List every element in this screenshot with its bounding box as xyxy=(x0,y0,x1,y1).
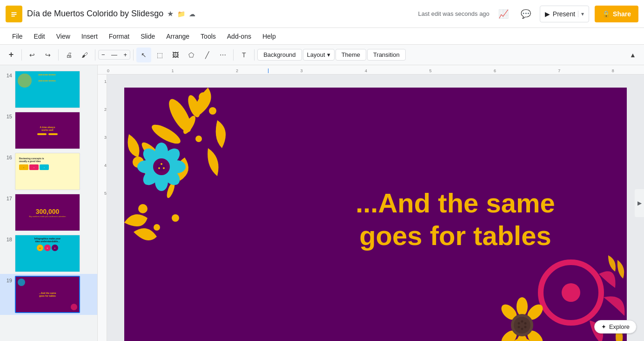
menu-tools[interactable]: Tools xyxy=(196,31,221,42)
slide-main-text[interactable]: ...And the same goes for tables xyxy=(356,187,555,252)
slide-text-line1: ...And the same xyxy=(356,187,555,219)
slide-thumb-15[interactable]: A time alwaysworks well xyxy=(15,112,80,149)
decoration-topleft xyxy=(124,88,245,246)
svg-point-31 xyxy=(158,167,160,169)
canvas-area[interactable]: 0 1 2 3 4 5 6 7 8 1 2 3 4 5 xyxy=(98,65,644,341)
folder-icon[interactable]: 📁 xyxy=(177,10,185,18)
background-button[interactable]: Background xyxy=(257,49,302,61)
svg-point-5 xyxy=(149,121,183,147)
explore-icon: ✦ xyxy=(601,323,606,330)
menu-format[interactable]: Format xyxy=(104,31,134,42)
separator-2 xyxy=(58,49,59,61)
menu-insert[interactable]: Insert xyxy=(77,31,102,42)
redo-button[interactable]: ↪ xyxy=(40,48,55,62)
print-button[interactable]: 🖨 xyxy=(61,48,76,62)
svg-point-17 xyxy=(172,214,179,222)
separator-6 xyxy=(254,49,255,61)
line-button[interactable]: ╱ xyxy=(200,48,215,62)
slide-number-17: 17 xyxy=(4,196,12,201)
slide-number-19: 19 xyxy=(4,278,12,283)
zoom-control[interactable]: − — + xyxy=(98,50,130,60)
ruler-horizontal: 0 1 2 3 4 5 6 7 8 xyxy=(98,65,644,75)
zoom-percent[interactable]: — xyxy=(107,51,122,58)
present-button[interactable]: ▶ Present ▾ xyxy=(540,6,589,22)
slide-thumb-19[interactable]: ...And the samegoes for tables xyxy=(15,276,80,313)
present-caret[interactable]: ▾ xyxy=(578,11,584,17)
select-box-button[interactable]: ⬚ xyxy=(152,48,167,62)
svg-point-13 xyxy=(209,107,216,115)
cloud-icon[interactable]: ☁ xyxy=(189,10,195,18)
present-icon: ▶ xyxy=(545,10,550,18)
app-icon xyxy=(6,6,22,22)
theme-button[interactable]: Theme xyxy=(335,49,366,61)
svg-point-48 xyxy=(518,326,520,328)
image-button[interactable]: 🖼 xyxy=(168,48,183,62)
add-button[interactable]: + xyxy=(4,48,19,62)
svg-rect-2 xyxy=(12,14,17,15)
toolbar: + ↩ ↪ 🖨 🖌 − — + ↖ ⬚ 🖼 ⬠ ╱ ⋯ T Background… xyxy=(0,45,644,65)
slide-item-15[interactable]: 15 A time alwaysworks well xyxy=(0,110,97,151)
explore-label: Explore xyxy=(609,323,630,330)
slide-thumb-14[interactable]: AWESOME WORDS AWESOME WORDS xyxy=(15,71,80,108)
lock-icon: 🔒 xyxy=(602,10,610,18)
svg-rect-3 xyxy=(12,15,15,16)
transition-button[interactable]: Transition xyxy=(367,49,406,61)
menu-edit[interactable]: Edit xyxy=(29,31,50,42)
svg-point-29 xyxy=(161,163,162,165)
title-area: Día de Muertos Colorido by Slidesgo ★ 📁 … xyxy=(27,9,414,19)
star-icon[interactable]: ★ xyxy=(167,9,174,18)
svg-point-46 xyxy=(524,326,527,328)
main-slide[interactable]: ...And the same goes for tables xyxy=(124,88,627,341)
menu-slide[interactable]: Slide xyxy=(136,31,160,42)
main-content: 14 AWESOME WORDS AWESOME WORDS 15 A time… xyxy=(0,65,644,341)
menu-file[interactable]: File xyxy=(7,31,27,42)
analytics-icon-btn[interactable]: 📈 xyxy=(495,6,512,22)
menu-addons[interactable]: Add-ons xyxy=(222,31,256,42)
top-bar: Día de Muertos Colorido by Slidesgo ★ 📁 … xyxy=(0,0,644,28)
present-label: Present xyxy=(553,10,575,18)
slide-item-19[interactable]: 19 ...And the samegoes for tables xyxy=(0,274,97,315)
svg-point-16 xyxy=(138,204,148,213)
layout-label: Layout xyxy=(307,51,325,58)
slide-item-17[interactable]: 17 300,000 Big numbers make your audienc… xyxy=(0,192,97,233)
slide-number-18: 18 xyxy=(4,237,12,242)
slide-number-15: 15 xyxy=(4,114,12,119)
share-label: Share xyxy=(613,10,631,18)
menu-view[interactable]: View xyxy=(52,31,75,42)
svg-point-30 xyxy=(163,167,165,169)
doc-title[interactable]: Día de Muertos Colorido by Slidesgo xyxy=(27,9,163,19)
collapse-toolbar-button[interactable]: ▲ xyxy=(625,48,640,62)
menu-help[interactable]: Help xyxy=(258,31,281,42)
slide-number-14: 14 xyxy=(4,73,12,78)
slide-thumb-17[interactable]: 300,000 Big numbers make your audience's… xyxy=(15,194,80,231)
slide-item-18[interactable]: 18 Infographics make youridea understand… xyxy=(0,233,97,274)
comment-icon-btn[interactable]: 💬 xyxy=(517,6,534,22)
layout-caret-icon: ▾ xyxy=(327,51,330,58)
last-edit-text: Last edit was seconds ago xyxy=(418,10,490,17)
undo-button[interactable]: ↩ xyxy=(25,48,40,62)
menu-bar: File Edit View Insert Format Slide Arran… xyxy=(0,28,644,45)
svg-point-18 xyxy=(154,224,160,231)
svg-point-47 xyxy=(521,328,523,330)
text-box-button[interactable]: T xyxy=(236,48,251,62)
separator-3 xyxy=(95,49,95,61)
slide-number-16: 16 xyxy=(4,155,12,160)
collapse-right-button[interactable]: ▶ xyxy=(635,189,644,217)
slide-panel: 14 AWESOME WORDS AWESOME WORDS 15 A time… xyxy=(0,65,98,341)
slide-item-16[interactable]: 16 Reviewing concepts isusually a good i… xyxy=(0,151,97,192)
svg-point-43 xyxy=(514,317,530,334)
more-tools-button[interactable]: ⋯ xyxy=(215,48,230,62)
menu-arrange[interactable]: Arrange xyxy=(161,31,194,42)
slide-thumb-16[interactable]: Reviewing concepts isusually a good idea… xyxy=(15,153,80,190)
svg-point-44 xyxy=(521,321,523,323)
explore-button[interactable]: ✦ Explore xyxy=(594,320,637,334)
slide-text-line2: goes for tables xyxy=(356,219,555,252)
paint-format-button[interactable]: 🖌 xyxy=(77,48,92,62)
layout-dropdown[interactable]: Layout ▾ xyxy=(303,49,335,61)
slide-thumb-18[interactable]: Infographics make youridea understandabl… xyxy=(15,235,80,272)
ruler-vertical: 1 2 3 4 5 xyxy=(98,75,107,341)
shapes-button[interactable]: ⬠ xyxy=(184,48,199,62)
slide-item-14[interactable]: 14 AWESOME WORDS AWESOME WORDS xyxy=(0,69,97,110)
select-tool-button[interactable]: ↖ xyxy=(136,48,151,62)
share-button[interactable]: 🔒 Share xyxy=(595,6,638,22)
